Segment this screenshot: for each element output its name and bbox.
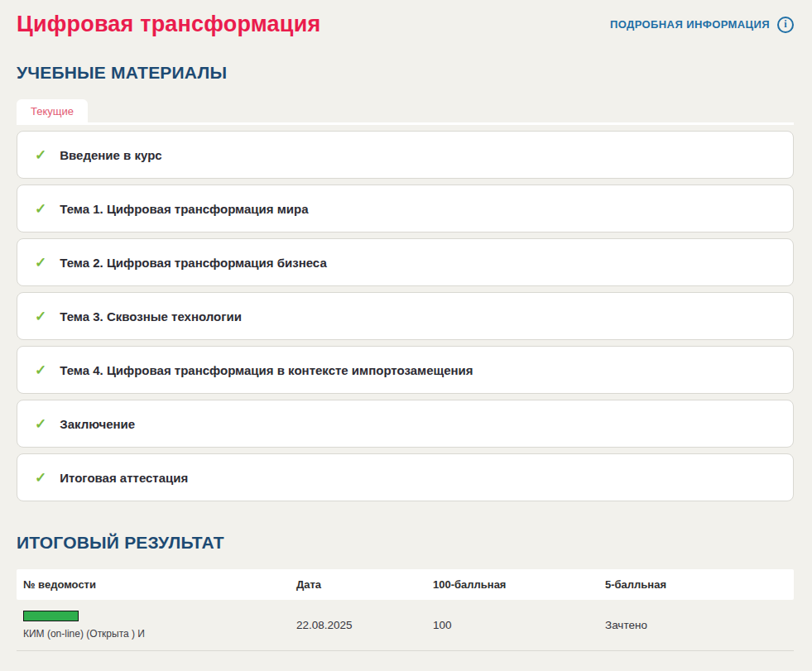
list-item-label: Введение в курс bbox=[60, 148, 161, 162]
info-icon[interactable]: i bbox=[777, 17, 794, 33]
check-icon: ✓ bbox=[35, 148, 46, 162]
list-item-label: Заключение bbox=[60, 417, 135, 431]
list-item-label: Тема 1. Цифровая трансформация мира bbox=[60, 202, 308, 216]
list-item-topic-4[interactable]: ✓ Тема 4. Цифровая трансформация в конте… bbox=[17, 346, 794, 394]
results-section-heading: ИТОГОВЫЙ РЕЗУЛЬТАТ bbox=[17, 533, 794, 553]
check-icon: ✓ bbox=[35, 256, 46, 270]
list-item-conclusion[interactable]: ✓ Заключение bbox=[17, 400, 794, 448]
check-icon: ✓ bbox=[35, 309, 46, 324]
statement-label: КИМ (on-line) (Открыта ) И bbox=[23, 628, 290, 640]
check-icon: ✓ bbox=[35, 471, 46, 485]
check-icon: ✓ bbox=[35, 417, 46, 431]
list-item-introduction[interactable]: ✓ Введение в курс bbox=[17, 131, 794, 179]
detailed-info-link[interactable]: ПОДРОБНАЯ ИНФОРМАЦИЯ i bbox=[610, 17, 794, 33]
table-row: КИМ (on-line) (Открыта ) И 22.08.2025 10… bbox=[17, 600, 794, 651]
list-item-label: Тема 4. Цифровая трансформация в контекс… bbox=[60, 363, 473, 377]
check-icon: ✓ bbox=[35, 202, 46, 216]
date-cell: 22.08.2025 bbox=[290, 619, 426, 631]
page-header: Цифровая трансформация ПОДРОБНАЯ ИНФОРМА… bbox=[17, 12, 794, 37]
list-item-label: Тема 2. Цифровая трансформация бизнеса bbox=[60, 256, 327, 270]
tab-current[interactable]: Текущие bbox=[17, 99, 88, 122]
results-table-header: № ведомости Дата 100-балльная 5-балльная bbox=[17, 569, 794, 600]
materials-list: ✓ Введение в курс ✓ Тема 1. Цифровая тра… bbox=[17, 131, 794, 501]
course-page: Цифровая трансформация ПОДРОБНАЯ ИНФОРМА… bbox=[0, 0, 812, 651]
column-header-date: Дата bbox=[290, 578, 426, 591]
list-item-label: Тема 3. Сквозные технологии bbox=[60, 309, 242, 324]
materials-section-heading: УЧЕБНЫЕ МАТЕРИАЛЫ bbox=[17, 63, 794, 83]
list-item-label: Итоговая аттестация bbox=[60, 471, 188, 485]
detailed-info-link-label: ПОДРОБНАЯ ИНФОРМАЦИЯ bbox=[610, 18, 770, 31]
results-table: № ведомости Дата 100-балльная 5-балльная… bbox=[17, 569, 794, 651]
scale5-cell: Зачтено bbox=[598, 619, 794, 631]
list-item-topic-1[interactable]: ✓ Тема 1. Цифровая трансформация мира bbox=[17, 185, 794, 232]
list-item-topic-2[interactable]: ✓ Тема 2. Цифровая трансформация бизнеса bbox=[17, 238, 794, 286]
progress-bar bbox=[23, 611, 79, 621]
materials-tab-bar: Текущие bbox=[17, 99, 794, 125]
column-header-scale5: 5-балльная bbox=[598, 578, 794, 591]
list-item-topic-3[interactable]: ✓ Тема 3. Сквозные технологии bbox=[17, 292, 794, 340]
column-header-scale100: 100-балльная bbox=[426, 578, 598, 591]
statement-cell: КИМ (on-line) (Открыта ) И bbox=[17, 611, 290, 640]
page-title: Цифровая трансформация bbox=[17, 12, 320, 37]
check-icon: ✓ bbox=[35, 363, 46, 377]
list-item-final-assessment[interactable]: ✓ Итоговая аттестация bbox=[17, 453, 794, 501]
column-header-statement: № ведомости bbox=[17, 578, 290, 591]
scale100-cell: 100 bbox=[426, 619, 598, 631]
